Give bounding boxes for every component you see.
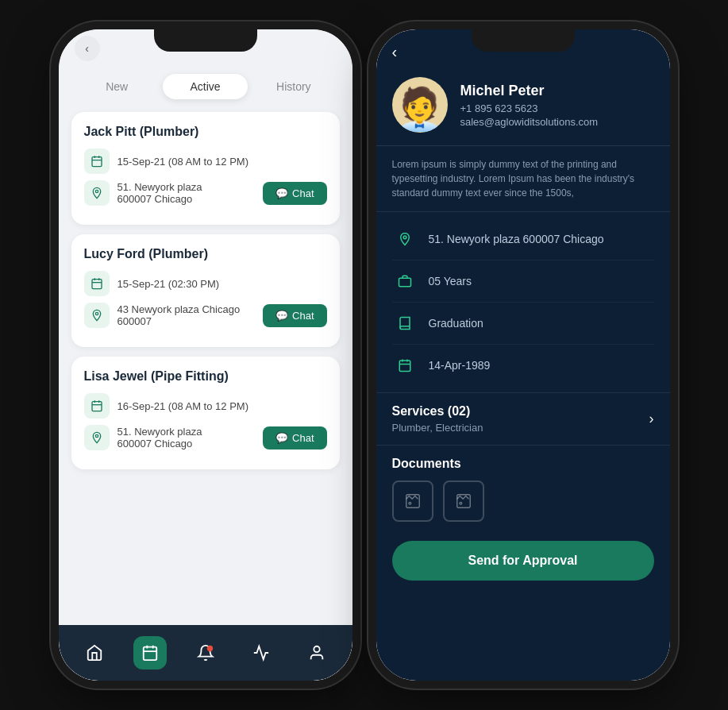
svg-point-20 [314,646,319,652]
svg-point-14 [95,434,98,437]
job-address-2: 43 Newyork plaza Chicago600007 [117,303,256,327]
svg-point-4 [95,190,98,192]
right-back-button[interactable]: ‹ [392,43,398,61]
doc-thumb-2[interactable] [443,480,484,522]
doc-thumb-1[interactable] [392,480,433,522]
svg-rect-0 [92,157,102,167]
send-approval-button[interactable]: Send for Approval [392,541,654,581]
job-address-3: 51. Newyork plaza600007 Chicago [117,426,256,450]
detail-section: 51. Newyork plaza 600007 Chicago 05 Year… [376,212,670,393]
chevron-right-icon: › [649,411,654,427]
detail-education: Graduation [429,317,483,330]
calendar-icon-1 [84,149,110,174]
bio-text: Lorem ipsum is simply dummy text of the … [392,159,635,199]
services-section[interactable]: Services (02) Plumber, Electrician › [376,393,670,446]
chat-icon-2: 💬 [275,310,288,322]
services-left: Services (02) Plumber, Electrician [392,404,483,434]
documents-title: Documents [392,457,654,471]
location-icon-2 [84,303,110,328]
top-bar: ‹ [59,29,352,68]
detail-row-experience: 05 Years [392,260,654,303]
detail-row-dob: 14-Apr-1989 [392,345,654,386]
calendar-detail-icon [392,353,418,378]
job-address-row-3: 51. Newyork plaza600007 Chicago 💬 Chat [84,425,327,450]
calendar-icon-2 [84,271,110,296]
job-address-1: 51. Newyork plaza600007 Chicago [117,181,256,205]
job-address-row-1: 51. Newyork plaza600007 Chicago 💬 Chat [84,180,327,206]
avatar: 🧑‍💼 [392,77,448,133]
job-date-3: 16-Sep-21 (08 AM to 12 PM) [117,400,327,412]
svg-rect-10 [92,402,102,411]
tab-active[interactable]: Active [163,74,248,99]
documents-section: Documents [376,446,670,530]
job-date-row-1: 15-Sep-21 (08 AM to 12 PM) [84,149,327,174]
send-btn-container: Send for Approval [376,530,670,596]
svg-rect-22 [399,278,410,287]
bottom-nav [59,625,352,681]
detail-dob: 14-Apr-1989 [429,359,491,372]
tab-history[interactable]: History [251,74,336,99]
right-phone: ‹ 🧑‍💼 Michel Peter +1 895 623 5623 sales… [376,29,670,681]
profile-phone: +1 895 623 5623 [460,102,599,114]
chat-icon-1: 💬 [275,187,288,199]
job-title-1: Jack Pitt (Plumber) [84,125,327,139]
svg-rect-15 [143,647,156,661]
location-icon-1 [84,180,110,206]
right-top-bar: ‹ [376,29,670,68]
job-title-3: Lisa Jewel (Pipe Fitting) [84,369,327,384]
job-address-row-2: 43 Newyork plaza Chicago600007 💬 Chat [84,303,327,328]
job-card-2: Lucy Ford (Plumber) 15-Sep-21 (02:30 PM) [71,234,340,347]
job-date-1: 15-Sep-21 (08 AM to 12 PM) [117,156,327,168]
chat-button-1[interactable]: 💬 Chat [263,182,326,205]
location-icon-3 [84,425,110,450]
detail-experience: 05 Years [429,275,472,287]
tab-new[interactable]: New [75,74,160,99]
job-date-2: 15-Sep-21 (02:30 PM) [117,278,327,290]
nav-profile[interactable] [300,636,333,669]
nav-calendar[interactable] [133,636,167,669]
jobs-list: Jack Pitt (Plumber) 15-Sep-21 (08 AM to … [59,109,352,625]
detail-row-education: Graduation [392,303,654,345]
job-card-3: Lisa Jewel (Pipe Fitting) 16-Sep-21 (08 … [71,357,340,469]
svg-rect-5 [92,280,102,289]
back-button[interactable]: ‹ [75,36,100,61]
nav-notifications[interactable] [189,636,222,669]
bio-section: Lorem ipsum is simply dummy text of the … [376,146,670,212]
tabs-container: New Active History [59,68,352,109]
svg-point-21 [403,236,406,239]
job-title-2: Lucy Ford (Plumber) [84,247,327,261]
doc-thumbnails [392,480,654,522]
nav-analytics[interactable] [245,636,278,669]
profile-info: Michel Peter +1 895 623 5623 sales@aglow… [460,83,599,128]
book-detail-icon [392,311,418,336]
briefcase-detail-icon [392,268,418,294]
svg-point-30 [459,502,461,504]
detail-row-location: 51. Newyork plaza 600007 Chicago [392,218,654,260]
detail-location: 51. Newyork plaza 600007 Chicago [429,233,604,245]
job-date-row-2: 15-Sep-21 (02:30 PM) [84,271,327,296]
nav-home[interactable] [78,636,111,669]
location-detail-icon [392,226,418,252]
svg-rect-23 [399,361,410,372]
svg-point-19 [206,646,212,651]
svg-point-28 [408,502,410,504]
svg-point-9 [95,312,98,314]
profile-email: sales@aglowiditsolutions.com [460,116,599,128]
chat-button-2[interactable]: 💬 Chat [263,304,326,327]
job-date-row-3: 16-Sep-21 (08 AM to 12 PM) [84,393,327,419]
chat-icon-3: 💬 [275,432,288,444]
services-title: Services (02) [392,404,483,419]
calendar-icon-3 [84,393,110,419]
profile-section: 🧑‍💼 Michel Peter +1 895 623 5623 sales@a… [376,68,670,146]
left-phone: ‹ New Active History Jack Pitt (Plumber)… [59,29,352,681]
profile-name: Michel Peter [460,83,599,99]
job-card-1: Jack Pitt (Plumber) 15-Sep-21 (08 AM to … [71,112,340,225]
services-subtitle: Plumber, Electrician [392,422,483,434]
chat-button-3[interactable]: 💬 Chat [263,426,326,450]
